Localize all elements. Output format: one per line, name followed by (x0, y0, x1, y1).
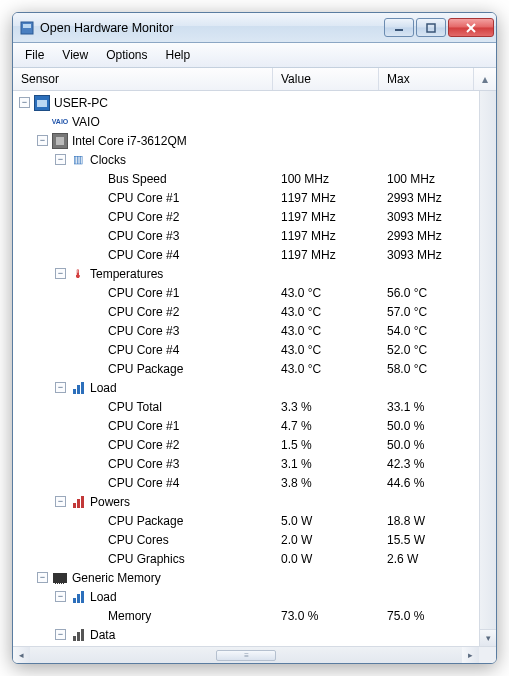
menubar: File View Options Help (13, 43, 496, 68)
menu-help[interactable]: Help (158, 46, 199, 64)
sensor-row[interactable]: CPU Core #43.8 %44.6 % (13, 473, 479, 492)
node-label: CPU Core #2 (108, 210, 179, 224)
thermometer-icon: 🌡 (70, 266, 86, 282)
node-label: CPU Cores (108, 533, 169, 547)
column-max[interactable]: Max (379, 68, 474, 90)
sensor-value: 1197 MHz (277, 191, 383, 205)
node-label: CPU Core #1 (108, 191, 179, 205)
sensor-row[interactable]: CPU Core #11197 MHz2993 MHz (13, 188, 479, 207)
sensor-value: 2.0 W (277, 533, 383, 547)
expand-toggle[interactable]: − (37, 135, 48, 146)
sensor-row[interactable]: CPU Core #14.7 %50.0 % (13, 416, 479, 435)
sensor-row[interactable]: CPU Core #41197 MHz3093 MHz (13, 245, 479, 264)
computer-icon (34, 95, 50, 111)
sensor-value: 100 MHz (277, 172, 383, 186)
sensor-row[interactable]: CPU Graphics0.0 W2.6 W (13, 549, 479, 568)
scroll-left-icon[interactable]: ◂ (13, 647, 30, 663)
expand-toggle[interactable]: − (55, 382, 66, 393)
sensor-row[interactable]: Memory73.0 %75.0 % (13, 606, 479, 625)
expand-toggle[interactable]: − (19, 97, 30, 108)
sensor-row[interactable]: CPU Package5.0 W18.8 W (13, 511, 479, 530)
sensor-row[interactable]: CPU Core #443.0 °C52.0 °C (13, 340, 479, 359)
sensor-row[interactable]: CPU Core #21.5 %50.0 % (13, 435, 479, 454)
sensor-value: 43.0 °C (277, 343, 383, 357)
sensor-row[interactable]: CPU Total3.3 %33.1 % (13, 397, 479, 416)
expand-toggle[interactable]: − (37, 572, 48, 583)
sensor-value: 1197 MHz (277, 229, 383, 243)
power-icon (70, 494, 86, 510)
sensor-row[interactable]: CPU Core #243.0 °C57.0 °C (13, 302, 479, 321)
node-label: CPU Graphics (108, 552, 185, 566)
close-button[interactable] (448, 18, 494, 37)
svg-rect-3 (427, 24, 435, 32)
group-memory-load[interactable]: −Load (13, 587, 479, 606)
titlebar[interactable]: Open Hardware Monitor (13, 13, 496, 43)
sensor-value: 3.1 % (277, 457, 383, 471)
menu-options[interactable]: Options (98, 46, 155, 64)
node-label: CPU Total (108, 400, 162, 414)
node-label: CPU Core #1 (108, 419, 179, 433)
scroll-down-icon[interactable]: ▾ (480, 629, 496, 646)
node-label: Bus Speed (108, 172, 167, 186)
column-value[interactable]: Value (273, 68, 379, 90)
menu-file[interactable]: File (17, 46, 52, 64)
expand-toggle[interactable]: − (55, 629, 66, 640)
motherboard-icon: VAIO (52, 114, 68, 130)
sensor-row[interactable]: CPU Core #21197 MHz3093 MHz (13, 207, 479, 226)
node-label: CPU Core #1 (108, 286, 179, 300)
node-label: CPU Package (108, 362, 183, 376)
node-computer[interactable]: −USER-PC (13, 93, 479, 112)
node-label: Generic Memory (72, 571, 161, 585)
window-title: Open Hardware Monitor (40, 21, 382, 35)
scroll-thumb[interactable]: ≡ (216, 650, 276, 661)
node-memory[interactable]: −Generic Memory (13, 568, 479, 587)
menu-view[interactable]: View (54, 46, 96, 64)
sensor-value: 1.5 % (277, 438, 383, 452)
expand-toggle[interactable]: − (55, 591, 66, 602)
scrollbar-corner (479, 647, 496, 663)
node-cpu[interactable]: −Intel Core i7-3612QM (13, 131, 479, 150)
sensor-value: 0.0 W (277, 552, 383, 566)
group-load[interactable]: −Load (13, 378, 479, 397)
sensor-max: 100 MHz (383, 172, 479, 186)
node-label: VAIO (72, 115, 100, 129)
sensor-row[interactable]: CPU Core #31197 MHz2993 MHz (13, 226, 479, 245)
vertical-scrollbar[interactable]: ▾ (479, 91, 496, 646)
sensor-max: 3093 MHz (383, 248, 479, 262)
minimize-button[interactable] (384, 18, 414, 37)
scroll-up-icon[interactable]: ▴ (474, 68, 496, 90)
data-icon (70, 627, 86, 643)
expand-toggle[interactable]: − (55, 496, 66, 507)
group-temperatures[interactable]: −🌡Temperatures (13, 264, 479, 283)
cpu-icon (52, 133, 68, 149)
group-memory-data[interactable]: −Data (13, 625, 479, 644)
node-label: Load (90, 381, 117, 395)
app-icon (19, 20, 35, 36)
sensor-row[interactable]: Bus Speed100 MHz100 MHz (13, 169, 479, 188)
sensor-max: 15.5 W (383, 533, 479, 547)
group-clocks[interactable]: −▥Clocks (13, 150, 479, 169)
sensor-row[interactable]: CPU Core #143.0 °C56.0 °C (13, 283, 479, 302)
node-label: CPU Core #3 (108, 457, 179, 471)
sensor-tree[interactable]: −USER-PCVAIOVAIO−Intel Core i7-3612QM−▥C… (13, 91, 479, 646)
node-label: Clocks (90, 153, 126, 167)
expand-toggle[interactable]: − (55, 268, 66, 279)
sensor-row[interactable]: CPU Cores2.0 W15.5 W (13, 530, 479, 549)
svg-rect-1 (23, 24, 31, 28)
clock-icon: ▥ (70, 152, 86, 168)
sensor-max: 50.0 % (383, 419, 479, 433)
sensor-value: 1197 MHz (277, 210, 383, 224)
maximize-button[interactable] (416, 18, 446, 37)
sensor-row[interactable]: CPU Core #343.0 °C54.0 °C (13, 321, 479, 340)
column-sensor[interactable]: Sensor (13, 68, 273, 90)
sensor-value: 5.0 W (277, 514, 383, 528)
horizontal-scrollbar[interactable]: ◂ ≡ ▸ (13, 646, 496, 663)
expand-toggle[interactable]: − (55, 154, 66, 165)
node-label: CPU Core #3 (108, 229, 179, 243)
node-label: Load (90, 590, 117, 604)
scroll-right-icon[interactable]: ▸ (462, 647, 479, 663)
group-powers[interactable]: −Powers (13, 492, 479, 511)
sensor-row[interactable]: CPU Package43.0 °C58.0 °C (13, 359, 479, 378)
node-motherboard[interactable]: VAIOVAIO (13, 112, 479, 131)
sensor-row[interactable]: CPU Core #33.1 %42.3 % (13, 454, 479, 473)
